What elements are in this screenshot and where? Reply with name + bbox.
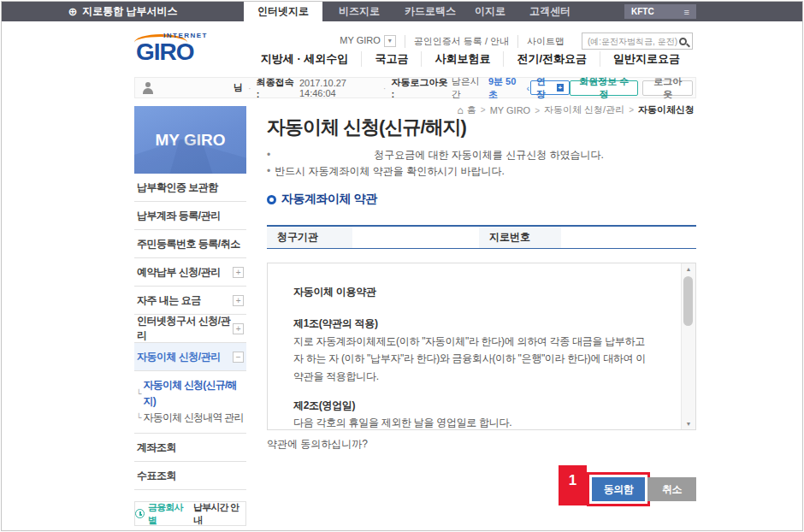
submenu-item-autopay-apply[interactable]: └자동이체 신청(신규/해지) [136, 377, 246, 410]
hamburger-menu-icon: ≡ [684, 7, 689, 17]
giro-service-brand[interactable]: ⊕ 지로통합 납부서비스 [2, 2, 244, 21]
last-login-label: 최종접속 : [257, 76, 296, 99]
account-buttons: 회원정보 수정 로그아웃 [570, 80, 693, 96]
sidebar-item-frequent-bills[interactable]: 자주 내는 요금+ [134, 287, 246, 315]
clock-icon [135, 509, 145, 518]
terms-text: 자동이체 이용약관 제1조(약관의 적용) 지로 자동계좌이체제도(이하 "자동… [268, 263, 695, 430]
user-icon [142, 82, 154, 94]
tab-customer-center[interactable]: 고객센터 [516, 2, 584, 21]
globe-icon: ⊕ [68, 6, 77, 17]
notice-line-2: •반드시 자동계좌이체 약관을 확인하시기 바랍니다. [267, 163, 604, 180]
auto-logout-label: 자동로그아웃 : [392, 76, 448, 99]
annotation-step-badge: 1 [559, 465, 587, 505]
billing-org-value [352, 227, 479, 248]
terms-scrollbar[interactable]: ▲ ▼ [681, 263, 695, 429]
top-tabs: 비즈지로 카드로택스 이지로 고객센터 [322, 2, 584, 21]
tab-egiro[interactable]: 이지로 [464, 2, 516, 21]
internet-giro-page: ⊕ 지로통합 납부서비스 인터넷지로 비즈지로 카드로택스 이지로 고객센터 K… [1, 1, 803, 531]
sidebar-item-reserved-payment[interactable]: 예약납부 신청/관리+ [134, 258, 246, 287]
user-session-bar: 님 · 최종접속 : 2017.10.27 14:46:04 · 자동로그아웃 … [134, 77, 696, 98]
nav-general-giro[interactable]: 일반지로요금 [600, 51, 693, 67]
certificate-link[interactable]: 공인인증서 등록 / 안내 [405, 35, 517, 48]
billing-info-table: 청구기관 지로번호 [267, 225, 696, 249]
extend-pointer-icon: ‹ [526, 83, 529, 93]
logo-giro-text: GIRO [136, 38, 194, 66]
spacer [293, 385, 653, 397]
expand-plus-icon[interactable]: + [233, 323, 244, 334]
terms-article2-title: 제2조(영업일) [293, 397, 653, 414]
terms-section-title: 자동계좌이체 약관 [281, 192, 376, 207]
terms-article1-title: 제1조(약관의 적용) [293, 315, 653, 332]
sidebar-item-payment-receipts[interactable]: 납부확인증 보관함 [134, 174, 246, 202]
section-circle-icon [267, 195, 276, 204]
autopay-submenu: └자동이체 신청(신규/해지) └자동이체 신청내역 관리 [134, 371, 246, 434]
agree-question: 약관에 동의하십니까? [267, 437, 368, 452]
main-content: 자동이체 신청(신규/해지) •청구요금에 대한 자동이체를 신규신청 하였습니… [267, 111, 696, 531]
billing-org-label: 청구기관 [267, 227, 352, 248]
terms-article2-intro: 다음 각호의 휴일을 제외한 날을 영업일로 합니다. [293, 414, 653, 430]
sidebar-title: MY GIRO [134, 106, 246, 174]
plus-icon: + [557, 84, 564, 92]
bank-payment-hours-link[interactable]: 금융회사별 납부시간 안내 [134, 501, 246, 526]
scroll-up-icon[interactable]: ▲ [682, 266, 695, 272]
search-icon[interactable] [679, 38, 687, 45]
terms-section-header: 자동계좌이체 약관 [267, 192, 376, 207]
tab-internet-giro[interactable]: 인터넷지로 [244, 2, 322, 21]
expand-minus-icon[interactable]: − [233, 352, 244, 363]
sidebar-item-check-inquiry[interactable]: 수표조회 [134, 462, 246, 490]
my-giro-link[interactable]: MY GIRO▾ [331, 35, 404, 47]
main-navigation: 지방세 · 세외수입 국고금 사회보험료 전기/전화요금 일반지로요금 [248, 50, 693, 68]
chevron-down-icon[interactable]: ▾ [384, 35, 396, 47]
kftc-label: KFTC [631, 7, 654, 16]
agree-button[interactable]: 동의함 [592, 477, 645, 501]
terms-article1-body: 지로 자동계좌이체제도(이하 "자동이체"라 한다)에 의하여 각종 대금을 납… [293, 333, 653, 385]
sidebar-item-internet-bill[interactable]: 인터넷청구서 신청/관리+ [134, 315, 246, 343]
giro-number-label: 지로번호 [479, 227, 561, 248]
nav-social-insurance[interactable]: 사회보험료 [421, 51, 503, 67]
last-login-value: 2017.10.27 14:46:04 [299, 78, 378, 98]
nav-local-tax[interactable]: 지방세 · 세외수입 [248, 51, 362, 67]
logout-button[interactable]: 로그아웃 [642, 80, 693, 96]
sub-prefix-icon: └ [136, 410, 141, 426]
remaining-time: 9분 50초 [488, 75, 523, 101]
dot-separator: · [383, 83, 387, 93]
edit-member-info-button[interactable]: 회원정보 수정 [570, 80, 638, 96]
submenu-item-autopay-history[interactable]: └자동이체 신청내역 관리 [136, 410, 246, 426]
kftc-menu-button[interactable]: KFTC ≡ [624, 4, 696, 19]
notice-bullets: •청구요금에 대한 자동이체를 신규신청 하였습니다. •반드시 자동계좌이체 … [267, 147, 604, 180]
page-title: 자동이체 신청(신규/해지) [267, 115, 466, 140]
terms-scroll-box: 자동이체 이용약관 제1조(약관의 적용) 지로 자동계좌이체제도(이하 "자동… [267, 263, 696, 430]
sub-prefix-icon: └ [136, 386, 141, 402]
extend-session-button[interactable]: 연장 + [530, 80, 570, 95]
scrollbar-thumb[interactable] [683, 276, 693, 326]
scroll-down-icon[interactable]: ▼ [682, 421, 695, 427]
nav-national-fund[interactable]: 국고금 [361, 51, 421, 67]
sidebar-item-autopay-manage[interactable]: 자동이체 신청/관리− [134, 343, 246, 371]
expand-plus-icon[interactable]: + [233, 295, 244, 306]
internet-giro-logo[interactable]: INTERNET GIRO [134, 32, 220, 69]
tab-cardrotax[interactable]: 카드로택스 [396, 2, 464, 21]
search-input[interactable] [588, 37, 679, 46]
notice-line-1: •청구요금에 대한 자동이체를 신규신청 하였습니다. [267, 147, 604, 163]
expand-plus-icon[interactable]: + [233, 267, 244, 278]
terms-title: 자동이체 이용약관 [293, 283, 653, 300]
site-search-box [582, 33, 693, 50]
bullet-icon: • [267, 165, 270, 177]
bullet-icon: • [267, 149, 270, 161]
tab-biz-giro[interactable]: 비즈지로 [322, 2, 396, 21]
nav-electric-phone[interactable]: 전기/전화요금 [503, 51, 600, 67]
sidebar: MY GIRO 납부확인증 보관함 납부계좌 등록/관리 주민등록번호 등록/취… [134, 106, 246, 531]
remaining-label: 남은시간 [452, 75, 486, 101]
sitemap-link[interactable]: 사이트맵 [517, 35, 573, 48]
top-service-bar: ⊕ 지로통합 납부서비스 인터넷지로 비즈지로 카드로택스 이지로 고객센터 K… [2, 2, 802, 21]
user-name-suffix: 님 [234, 81, 243, 94]
sidebar-item-resident-number[interactable]: 주민등록번호 등록/취소 [134, 230, 246, 258]
dot-separator: · [248, 83, 251, 93]
utility-links: MY GIRO▾ 공인인증서 등록 / 안내 사이트맵 [331, 33, 693, 50]
brand-label: 지로통합 납부서비스 [82, 4, 177, 19]
cancel-button[interactable]: 취소 [647, 477, 696, 501]
giro-number-value [561, 227, 696, 248]
sidebar-item-payment-account[interactable]: 납부계좌 등록/관리 [134, 202, 246, 230]
sidebar-item-account-inquiry[interactable]: 계좌조회 [134, 434, 246, 462]
